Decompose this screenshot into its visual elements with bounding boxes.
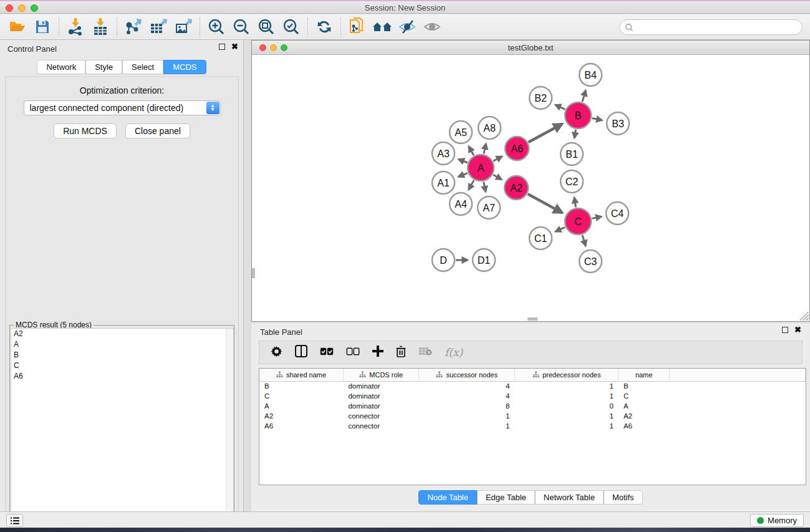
export-network-icon[interactable] [121,16,146,37]
table-row[interactable]: A2connector11A2 [259,411,806,421]
edge-C-C4[interactable] [592,216,602,218]
table-settings-gear-icon[interactable] [271,346,282,360]
cell-name[interactable]: A2 [619,411,670,421]
cell-successor-nodes[interactable]: 4 [419,391,514,401]
export-table-icon[interactable] [146,16,171,37]
edge-A6-B[interactable] [528,124,562,142]
network-from-file-icon[interactable] [345,16,370,37]
edge-A-A2[interactable] [493,175,501,180]
tab-style[interactable]: Style [85,60,122,74]
save-icon[interactable] [30,16,55,37]
edge-A-A1[interactable] [458,173,468,177]
close-panel-icon[interactable]: ✖ [231,44,238,50]
edge-A2-C[interactable] [528,194,562,213]
cell-name[interactable]: B [619,381,670,391]
edge-B-B1[interactable] [574,130,576,138]
tab-edge-table[interactable]: Edge Table [477,490,535,505]
home-icon[interactable] [370,16,395,37]
refresh-icon[interactable] [312,16,337,37]
result-scrollbar[interactable] [226,329,233,532]
edge-A-A4[interactable] [469,180,474,190]
table-row[interactable]: Cdominator41C [259,391,806,401]
cell-successor-nodes[interactable]: 1 [419,421,514,431]
zoom-out-icon[interactable] [229,16,254,37]
edge-B-B3[interactable] [592,118,602,120]
zoom-selected-icon[interactable] [279,16,304,37]
select-all-icon[interactable] [320,347,334,358]
cell-name[interactable]: A [619,401,670,411]
hide-selected-eye-icon[interactable] [395,16,420,37]
cell-successor-nodes[interactable]: 8 [419,401,514,411]
edge-A-A6[interactable] [493,157,502,161]
mcds-result-list[interactable]: A2ABCA6 [11,328,234,532]
import-network-icon[interactable] [63,16,88,37]
cell-predecessor-nodes[interactable]: 0 [514,401,618,411]
cell-MCDS-role[interactable]: dominator [343,401,419,411]
edge-A-A8[interactable] [484,143,486,153]
tab-network[interactable]: Network [37,60,85,74]
search-input[interactable] [634,22,802,32]
table-row[interactable]: Bdominator41B [259,381,806,391]
tab-mcds[interactable]: MCDS [163,60,206,74]
edge-C-C2[interactable] [574,198,576,208]
cell-predecessor-nodes[interactable]: 1 [514,391,618,401]
edge-C-C3[interactable] [582,235,586,246]
edge-A-A7[interactable] [484,182,486,192]
column-header-shared-name[interactable]: shared name [259,369,343,381]
column-header-successor-nodes[interactable]: successor nodes [419,369,514,381]
tab-motifs[interactable]: Motifs [604,490,643,505]
float-table-panel-icon[interactable] [782,327,788,333]
edge-A-A3[interactable] [458,159,467,162]
cell-name[interactable]: C [619,391,670,401]
node-table[interactable]: shared nameMCDS rolesuccessor nodesprede… [259,369,806,431]
edge-A-A5[interactable] [469,147,474,155]
cell-predecessor-nodes[interactable]: 1 [514,381,618,391]
show-all-eye-icon[interactable] [420,16,445,37]
edge-C-C1[interactable] [556,227,565,231]
cell-name[interactable]: A6 [619,421,670,431]
tab-node-table[interactable]: Node Table [418,490,477,505]
mcds-result-item[interactable]: A [11,339,233,350]
edge-B-B2[interactable] [556,105,566,109]
memory-button[interactable]: Memory [750,514,804,527]
open-folder-icon[interactable] [5,16,30,37]
cell-MCDS-role[interactable]: dominator [343,391,419,401]
tab-network-table[interactable]: Network Table [535,490,604,505]
export-image-icon[interactable] [171,16,196,37]
zoom-fit-icon[interactable] [254,16,279,37]
mcds-result-item[interactable]: A2 [11,329,233,339]
cell-MCDS-role[interactable]: connector [343,421,419,431]
network-canvas[interactable]: B4B2BB3A5A8A6B1A3AA1C2A2A4A7C4CC1C3DD1 [252,55,809,321]
toolbar-search-field[interactable] [619,19,803,35]
node-table-container[interactable]: shared nameMCDS rolesuccessor nodesprede… [259,368,806,485]
window-resize-grip[interactable] [800,312,809,321]
cell-shared-name[interactable]: B [259,381,343,391]
mcds-result-item[interactable]: C [11,360,233,371]
import-table-icon[interactable] [88,16,113,37]
cell-successor-nodes[interactable]: 4 [419,381,514,391]
edge-B-B4[interactable] [582,90,586,102]
show-columns-icon[interactable] [295,345,307,360]
cell-shared-name[interactable]: A6 [259,421,343,431]
mcds-result-item[interactable]: B [11,350,233,360]
network-graph[interactable]: B4B2BB3A5A8A6B1A3AA1C2A2A4A7C4CC1C3DD1 [252,55,809,321]
criterion-dropdown[interactable]: largest connected component (directed) ▲… [24,100,221,115]
network-window-titlebar[interactable]: testGlobe.txt [252,41,809,55]
zoom-in-icon[interactable] [204,16,229,37]
task-history-button[interactable] [6,514,23,527]
cell-shared-name[interactable]: A2 [259,411,343,421]
cell-MCDS-role[interactable]: dominator [343,381,419,391]
close-panel-button[interactable]: Close panel [125,123,190,138]
close-table-panel-icon[interactable]: ✖ [794,327,801,333]
column-header-name[interactable]: name [619,369,670,381]
horizontal-scrollbar-thumb[interactable] [528,317,538,321]
run-mcds-button[interactable]: Run MCDS [54,123,117,138]
column-header-predecessor-nodes[interactable]: predecessor nodes [514,369,618,381]
cell-shared-name[interactable]: A [259,401,343,411]
cell-MCDS-role[interactable]: connector [343,411,419,421]
table-row[interactable]: Adominator80A [259,401,806,411]
deselect-all-icon[interactable] [346,347,360,358]
column-header-MCDS-role[interactable]: MCDS role [343,369,419,381]
vertical-scrollbar-thumb[interactable] [252,268,255,278]
cell-predecessor-nodes[interactable]: 1 [514,421,618,431]
